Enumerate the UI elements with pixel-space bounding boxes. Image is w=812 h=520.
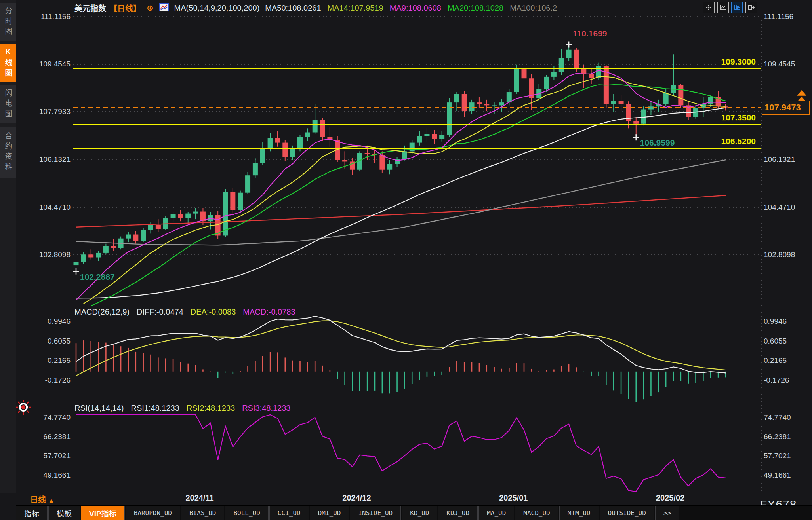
ma50-line xyxy=(76,108,726,298)
period-selector-label: 日线 xyxy=(30,495,46,504)
macd-header: MACD(26,12,9) DIFF:-0.0474DEA:-0.0083MAC… xyxy=(74,307,295,317)
period-selector-arrow: ▲ xyxy=(48,497,55,504)
ma200-line xyxy=(76,195,726,227)
rsi-values-2: RSI2:48.1233 xyxy=(187,404,235,413)
period-selector[interactable]: 日线 ▲ xyxy=(30,493,54,505)
rsi-header: RSI(14,14,14) RSI1:48.1233RSI2:48.1233RS… xyxy=(74,404,291,413)
rsi-title: RSI(14,14,14) xyxy=(74,404,124,413)
candles-layer xyxy=(74,44,728,270)
toolbar-button-2[interactable]: 模板 xyxy=(48,506,80,520)
extreme-cross-marker xyxy=(566,42,572,48)
toolbar-button-5[interactable]: BIAS_UD xyxy=(181,506,224,520)
toolbar-button-10[interactable]: KD_UD xyxy=(402,506,437,520)
toolbar-button-8[interactable]: DMI_UD xyxy=(310,506,349,520)
macd-values-2: DEA:-0.0083 xyxy=(191,307,236,317)
toolbar-button-12[interactable]: MA_UD xyxy=(478,506,514,520)
record-marker-icon[interactable] xyxy=(15,399,32,416)
toolbar-button-16[interactable]: >> xyxy=(655,506,679,520)
rsi-values-3: RSI3:48.1233 xyxy=(242,404,290,413)
current-price-box: 107.9473 xyxy=(762,101,810,115)
toolbar-button-11[interactable]: KDJ_UD xyxy=(438,506,478,520)
macd-values-1: DIFF:-0.0474 xyxy=(137,307,183,317)
macd-histogram xyxy=(76,340,726,402)
price-up-arrow-top xyxy=(797,90,806,96)
toolbar-button-7[interactable]: CCI_UD xyxy=(269,506,309,520)
app-window: 分时图K线图闪电图合约资料 美元指数 【日线】 ⊕ MA(50,14,9,20,… xyxy=(0,0,812,520)
chart-canvas[interactable] xyxy=(0,0,812,520)
toolbar-button-13[interactable]: MACD_UD xyxy=(515,506,558,520)
toolbar-button-3[interactable]: VIP指标 xyxy=(81,506,125,520)
extreme-cross-marker xyxy=(73,268,79,275)
toolbar-button-15[interactable]: OUTSIDE_UD xyxy=(600,506,654,520)
macd-values-3: MACD:-0.0783 xyxy=(243,307,295,317)
toolbar-button-1[interactable]: 指标 xyxy=(16,506,48,520)
toolbar-button-6[interactable]: BOLL_UD xyxy=(225,506,268,520)
toolbar-button-14[interactable]: MTM_UD xyxy=(559,506,599,520)
rsi-values-1: RSI1:48.1233 xyxy=(131,404,179,413)
extreme-cross-marker xyxy=(633,134,639,140)
rsi-line xyxy=(76,415,726,492)
rsi-values: RSI1:48.1233RSI2:48.1233RSI3:48.1233 xyxy=(131,404,291,413)
toolbar-button-9[interactable]: INSIDE_UD xyxy=(350,506,401,520)
ma100-line xyxy=(76,160,726,245)
bottom-toolbar: 指标模板VIP指标BARUPDN_UDBIAS_UDBOLL_UDCCI_UDD… xyxy=(16,505,812,520)
macd-values: DIFF:-0.0474DEA:-0.0083MACD:-0.0783 xyxy=(137,307,295,317)
toolbar-button-4[interactable]: BARUPDN_UD xyxy=(126,506,180,520)
current-price-value: 107.9473 xyxy=(764,102,801,113)
macd-title: MACD(26,12,9) xyxy=(74,307,130,317)
